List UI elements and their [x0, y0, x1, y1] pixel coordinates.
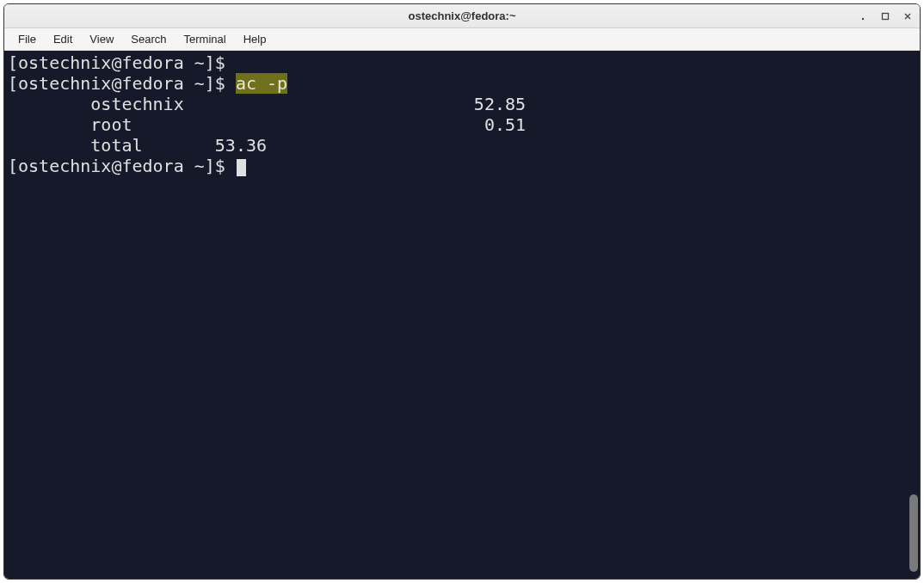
svg-rect-1 — [883, 13, 889, 19]
titlebar[interactable]: ostechnix@fedora:~ — [4, 4, 920, 28]
terminal-content: [ostechnix@fedora ~]$ [ostechnix@fedora … — [8, 52, 916, 176]
terminal-window: ostechnix@fedora:~ File Edit View Search… — [3, 3, 921, 580]
menu-edit[interactable]: Edit — [46, 30, 79, 48]
maximize-button[interactable] — [878, 9, 892, 23]
svg-point-0 — [862, 17, 864, 19]
window-controls — [856, 4, 915, 28]
prompt-line: [ostechnix@fedora ~]$ — [8, 52, 236, 73]
scrollbar[interactable] — [909, 102, 918, 572]
window-title: ostechnix@fedora:~ — [408, 9, 515, 22]
minimize-button[interactable] — [856, 9, 870, 23]
terminal-area[interactable]: [ostechnix@fedora ~]$ [ostechnix@fedora … — [4, 51, 920, 579]
command-highlight: ac -p — [236, 73, 287, 94]
menu-search[interactable]: Search — [124, 30, 173, 48]
output-line: root 0.51 — [8, 114, 526, 135]
close-button[interactable] — [901, 9, 915, 23]
menu-terminal[interactable]: Terminal — [177, 30, 233, 48]
output-line: ostechnix 52.85 — [8, 94, 526, 114]
cursor-icon — [237, 159, 246, 176]
menu-help[interactable]: Help — [237, 30, 274, 48]
output-line: total 53.36 — [8, 135, 267, 156]
menu-view[interactable]: View — [83, 30, 120, 48]
prompt-line: [ostechnix@fedora ~]$ — [8, 156, 236, 176]
scrollbar-thumb[interactable] — [909, 494, 918, 572]
prompt-line: [ostechnix@fedora ~]$ — [8, 73, 236, 94]
menu-file[interactable]: File — [11, 30, 43, 48]
menubar: File Edit View Search Terminal Help — [4, 28, 920, 51]
